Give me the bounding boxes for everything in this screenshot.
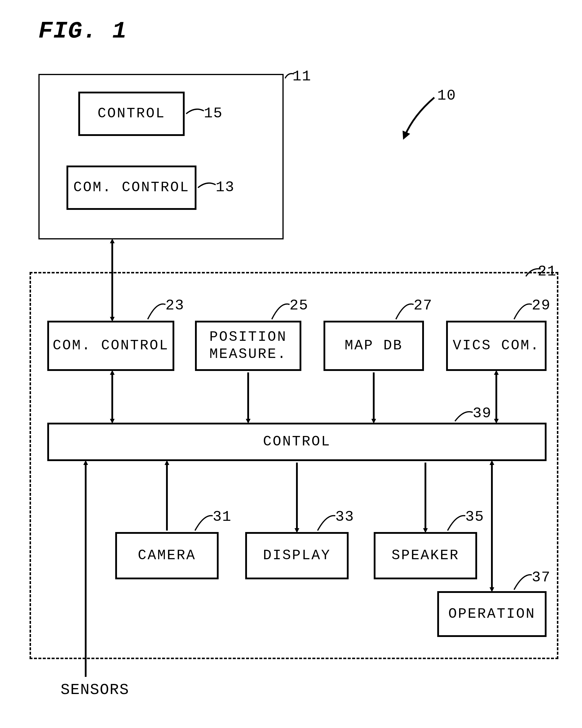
operation-box: OPERATION — [437, 591, 547, 637]
center-control-box: CONTROL — [78, 92, 185, 136]
label-25: 25 — [290, 297, 309, 314]
label-23: 23 — [165, 297, 184, 314]
vics-com-box: VICS COM. — [446, 321, 547, 371]
diagram-canvas: FIG. 1 CONTROL COM. CONTROL COM. CONTROL… — [0, 0, 582, 728]
label-11: 11 — [292, 68, 311, 85]
speaker-box: SPEAKER — [374, 532, 477, 579]
label-21: 21 — [538, 263, 557, 280]
center-com-control-box: COM. CONTROL — [67, 165, 196, 210]
position-measure-box: POSITION MEASURE. — [195, 321, 301, 371]
label-39: 39 — [473, 405, 492, 422]
label-10: 10 — [437, 87, 456, 104]
label-37: 37 — [532, 569, 551, 586]
figure-title: FIG. 1 — [38, 18, 127, 45]
label-27: 27 — [414, 297, 432, 314]
term-control-box: CONTROL — [47, 423, 547, 461]
label-29: 29 — [532, 297, 551, 314]
display-box: DISPLAY — [245, 532, 349, 579]
label-35: 35 — [465, 509, 484, 525]
label-33: 33 — [335, 509, 354, 525]
term-com-control-box: COM. CONTROL — [47, 321, 174, 371]
map-db-box: MAP DB — [323, 321, 424, 371]
camera-box: CAMERA — [115, 532, 219, 579]
label-31: 31 — [213, 509, 232, 525]
label-15: 15 — [204, 105, 223, 122]
sensors-label: SENSORS — [60, 681, 129, 699]
label-13: 13 — [216, 179, 235, 196]
